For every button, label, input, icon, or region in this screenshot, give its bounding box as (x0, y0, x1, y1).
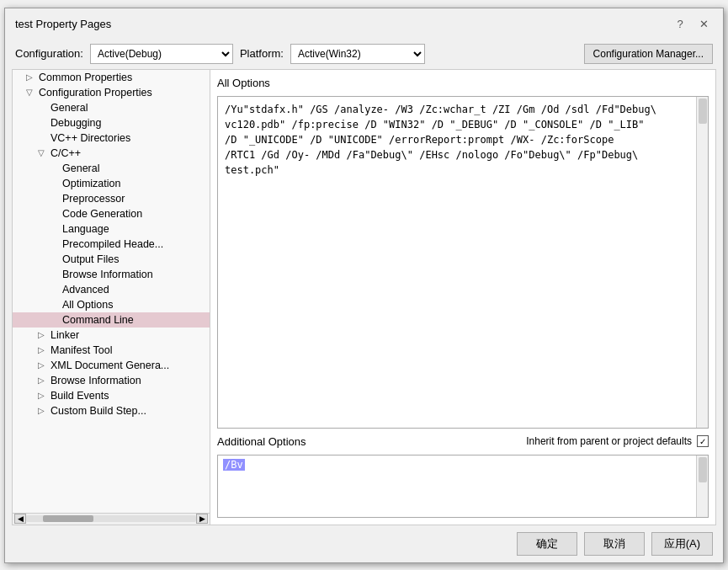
config-manager-button[interactable]: Configuration Manager... (584, 44, 713, 64)
toolbar: Configuration: Active(Debug) Platform: A… (5, 39, 723, 69)
tree-item-config-props[interactable]: ▽Configuration Properties (13, 85, 210, 100)
tree-item-optimization[interactable]: Optimization (13, 176, 210, 191)
tree-label-all-options: All Options (62, 299, 113, 311)
tree-label-output-files: Output Files (62, 253, 119, 265)
tree-arrow-manifest-tool: ▷ (38, 345, 48, 354)
tree-item-all-options[interactable]: All Options (13, 297, 210, 312)
tree-label-linker: Linker (50, 329, 79, 341)
additional-scrollbar-thumb (699, 457, 707, 482)
tree-label-cpp: C/C++ (50, 147, 81, 159)
tree-item-code-gen[interactable]: Code Generation (13, 206, 210, 221)
tree-container: ▷Common Properties▽Configuration Propert… (13, 70, 210, 418)
tree-item-custom-build[interactable]: ▷Custom Build Step... (13, 403, 210, 418)
tree-arrow-linker: ▷ (38, 330, 48, 339)
tree-panel: ▷Common Properties▽Configuration Propert… (13, 70, 210, 525)
tree-item-cpp[interactable]: ▽C/C++ (13, 146, 210, 161)
tree-label-common-props: Common Properties (39, 72, 132, 83)
all-options-title: All Options (217, 77, 709, 89)
tree-label-precompiled: Precompiled Heade... (62, 238, 163, 250)
tree-item-build-events[interactable]: ▷Build Events (13, 388, 210, 403)
dialog-title: test Property Pages (15, 18, 111, 30)
tree-item-precompiled[interactable]: Precompiled Heade... (13, 237, 210, 252)
cancel-button[interactable]: 取消 (584, 532, 645, 556)
tree-item-browse-info[interactable]: Browse Information (13, 267, 210, 282)
additional-scrollbar[interactable] (696, 455, 708, 517)
close-button[interactable]: ✕ (694, 15, 713, 34)
config-label: Configuration: (15, 47, 83, 60)
tree-label-cpp-general: General (62, 162, 99, 174)
tree-arrow-build-events: ▷ (38, 391, 48, 400)
tree-item-browse-info2[interactable]: ▷Browse Information (13, 373, 210, 388)
tree-label-vc-dirs: VC++ Directories (50, 132, 130, 144)
tree-label-code-gen: Code Generation (62, 208, 142, 220)
tree-label-advanced: Advanced (62, 284, 109, 296)
tree-label-manifest-tool: Manifest Tool (50, 344, 112, 356)
title-bar-controls: ? ✕ (671, 15, 713, 34)
scroll-right-btn[interactable]: ▶ (196, 514, 208, 524)
additional-text: /Bv (218, 455, 708, 474)
tree-label-command-line: Command Line (62, 314, 134, 326)
all-options-scrollbar[interactable] (696, 97, 708, 428)
help-button[interactable]: ? (671, 15, 689, 34)
inherit-checkbox[interactable]: ✓ (697, 435, 709, 447)
configuration-select[interactable]: Active(Debug) (90, 44, 233, 64)
tree-label-optimization: Optimization (62, 178, 120, 189)
tree-item-preprocessor[interactable]: Preprocessor (13, 191, 210, 206)
tree-label-browse-info2: Browse Information (50, 375, 141, 386)
ok-button[interactable]: 确定 (517, 532, 577, 556)
inherit-row: Inherit from parent or project defaults … (526, 435, 709, 447)
tree-label-xml-doc: XML Document Genera... (50, 360, 169, 371)
scrollbar-track (26, 515, 196, 522)
tree-arrow-browse-info2: ▷ (38, 376, 48, 385)
tree-label-debugging: Debugging (50, 117, 101, 129)
tree-label-config-props: Configuration Properties (39, 87, 152, 99)
scroll-left-btn[interactable]: ◀ (14, 514, 26, 524)
additional-box: /Bv (217, 455, 709, 518)
tree-item-command-line[interactable]: Command Line (13, 312, 210, 328)
additional-options-title: Additional Options (217, 435, 306, 448)
title-bar: test Property Pages ? ✕ (5, 8, 723, 39)
all-options-box: /Yu"stdafx.h" /GS /analyze- /W3 /Zc:wcha… (217, 96, 709, 429)
tree-label-general: General (50, 102, 88, 114)
inherit-label: Inherit from parent or project defaults (526, 435, 692, 447)
additional-highlight: /Bv (223, 459, 245, 471)
tree-arrow-cpp: ▽ (38, 148, 48, 157)
tree-arrow-config-props: ▽ (26, 88, 36, 97)
tree-item-cpp-general[interactable]: General (13, 161, 210, 176)
tree-label-custom-build: Custom Build Step... (50, 405, 146, 417)
tree-arrow-xml-doc: ▷ (38, 360, 48, 370)
tree-item-language[interactable]: Language (13, 221, 210, 237)
main-content: ▷Common Properties▽Configuration Propert… (12, 69, 716, 525)
scrollbar-thumb-v (699, 99, 707, 124)
tree-scrollbar[interactable]: ◀ ▶ (13, 513, 210, 525)
platform-select[interactable]: Active(Win32) (290, 44, 425, 64)
scrollbar-thumb (43, 515, 93, 522)
dialog: test Property Pages ? ✕ Configuration: A… (4, 8, 724, 563)
tree-label-build-events: Build Events (50, 390, 109, 402)
tree-item-general[interactable]: General (13, 100, 210, 115)
additional-row: Additional Options Inherit from parent o… (217, 435, 709, 448)
tree-label-browse-info: Browse Information (62, 269, 153, 280)
tree-item-linker[interactable]: ▷Linker (13, 328, 210, 343)
tree-item-output-files[interactable]: Output Files (13, 252, 210, 267)
platform-label: Platform: (240, 47, 284, 60)
tree-item-advanced[interactable]: Advanced (13, 282, 210, 297)
footer: 确定 取消 应用(A) (5, 525, 723, 562)
apply-button[interactable]: 应用(A) (651, 532, 713, 556)
tree-item-debugging[interactable]: Debugging (13, 115, 210, 131)
tree-item-manifest-tool[interactable]: ▷Manifest Tool (13, 343, 210, 358)
tree-arrow-custom-build: ▷ (38, 406, 48, 415)
tree-item-xml-doc[interactable]: ▷XML Document Genera... (13, 358, 210, 373)
tree-arrow-common-props: ▷ (26, 72, 36, 82)
tree-item-common-props[interactable]: ▷Common Properties (13, 70, 210, 85)
tree-label-preprocessor: Preprocessor (62, 193, 125, 205)
right-panel: All Options /Yu"stdafx.h" /GS /analyze- … (210, 70, 715, 525)
all-options-text: /Yu"stdafx.h" /GS /analyze- /W3 /Zc:wcha… (218, 97, 708, 428)
tree-item-vc-dirs[interactable]: VC++ Directories (13, 131, 210, 146)
tree-label-language: Language (62, 223, 109, 235)
